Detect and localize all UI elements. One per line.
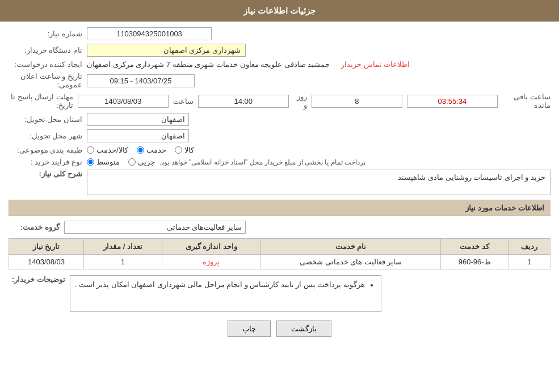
service-group-label: گروه خدمت: bbox=[9, 223, 60, 231]
radio-khadamat[interactable]: خدمت bbox=[137, 146, 166, 154]
category-radio-group: کالا/خدمت خدمت کالا bbox=[87, 146, 194, 154]
services-table: ردیف کد خدمت نام خدمت واحد اندازه گیری ت… bbox=[9, 238, 550, 269]
col-header-2: نام خدمت bbox=[260, 239, 440, 255]
buyer-note-item: هرگونه پرداخت پس از تایید کارشناس و انجا… bbox=[75, 280, 365, 289]
page-header: جزئیات اطلاعات نیاز bbox=[0, 0, 559, 22]
need-number-label: شماره نیاز: bbox=[9, 29, 82, 38]
buyer-notes-content: هرگونه پرداخت پس از تایید کارشناس و انجا… bbox=[70, 275, 381, 312]
radio-motevasset[interactable]: متوسط bbox=[87, 158, 120, 166]
col-header-1: کد خدمت bbox=[441, 239, 508, 255]
cell-unit: پروژه bbox=[162, 255, 260, 269]
delivery-city-label: شهر محل تحویل: bbox=[9, 132, 82, 140]
announce-date-label: تاریخ و ساعت اعلان عمومی: bbox=[9, 72, 82, 89]
deadline-time-label: ساعت bbox=[173, 97, 194, 106]
service-info-header: اطلاعات خدمات مورد نیاز bbox=[9, 200, 550, 216]
deadline-remaining-label: ساعت باقی مانده bbox=[502, 92, 550, 109]
procurement-radio-group: متوسط جزیی bbox=[87, 158, 155, 166]
deadline-label: مهلت ارسال پاسخ تا تاریخ: bbox=[9, 92, 73, 109]
col-header-3: واحد اندازه گیری bbox=[162, 239, 260, 255]
col-header-0: ردیف bbox=[508, 239, 550, 255]
page-title: جزئیات اطلاعات نیاز bbox=[243, 6, 316, 15]
cell-name: سایر فعالیت های خدماتی شخصی bbox=[260, 255, 440, 269]
cell-date: 1403/08/03 bbox=[9, 255, 84, 269]
procurement-note: پرداخت تمام یا بخشی از مبلغ خریدار محل "… bbox=[159, 158, 365, 166]
delivery-province-label: استان محل تحویل: bbox=[9, 115, 82, 124]
need-number-value: 1103094325001003 bbox=[87, 27, 212, 40]
purchaser-label: نام دستگاه خریدار: bbox=[9, 46, 82, 54]
buyer-notes-label: توضیحات خریدار: bbox=[9, 275, 65, 284]
print-button[interactable]: چاپ bbox=[228, 321, 271, 337]
need-description-value: خرید و اجرای تاسیسات روشنایی مادی شاهپسن… bbox=[87, 170, 550, 195]
col-header-5: تاریخ نیاز bbox=[9, 239, 84, 255]
requester-label: ایجاد کننده درخواست: bbox=[9, 60, 82, 69]
radio-kala-khadamat[interactable]: کالا/خدمت bbox=[87, 146, 128, 154]
service-group-value: سایر فعالیت‌های خدماتی bbox=[64, 221, 246, 234]
procurement-label: نوع فرآیند خرید : bbox=[9, 158, 82, 166]
col-header-4: تعداد / مقدار bbox=[83, 239, 162, 255]
back-button[interactable]: بازگشت bbox=[276, 321, 331, 337]
requester-name: جمشید صادقی علویجه معاون خدمات شهری منطف… bbox=[87, 60, 330, 69]
category-label: طبقه بندی موضوعی: bbox=[9, 146, 82, 154]
radio-kala[interactable]: کالا bbox=[175, 146, 194, 154]
deadline-date: 1403/08/03 bbox=[78, 95, 169, 108]
cell-code: ط-96-960 bbox=[441, 255, 508, 269]
deadline-day-label: روز و bbox=[293, 92, 307, 109]
action-buttons-container: بازگشت چاپ bbox=[9, 321, 550, 337]
announce-date-value: 1403/07/25 - 09:15 bbox=[87, 74, 195, 87]
radio-jozvi[interactable]: جزیی bbox=[128, 158, 155, 166]
deadline-remaining: 03:55:34 bbox=[407, 95, 498, 108]
deadline-time: 14:00 bbox=[198, 95, 289, 108]
purchaser-value: شهرداری مرکزی اصفهان bbox=[87, 44, 246, 57]
delivery-province-value: اصفهان bbox=[87, 113, 189, 126]
cell-quantity: 1 bbox=[83, 255, 162, 269]
need-description-label: شرح کلی نیاز: bbox=[9, 170, 82, 178]
cell-row: 1 bbox=[508, 255, 550, 269]
contact-link[interactable]: اطلاعات تماس خریدار bbox=[341, 60, 410, 69]
table-row: 1 ط-96-960 سایر فعالیت های خدماتی شخصی پ… bbox=[9, 255, 550, 269]
delivery-city-value: اصفهان bbox=[87, 129, 189, 142]
deadline-days: 8 bbox=[312, 95, 402, 108]
